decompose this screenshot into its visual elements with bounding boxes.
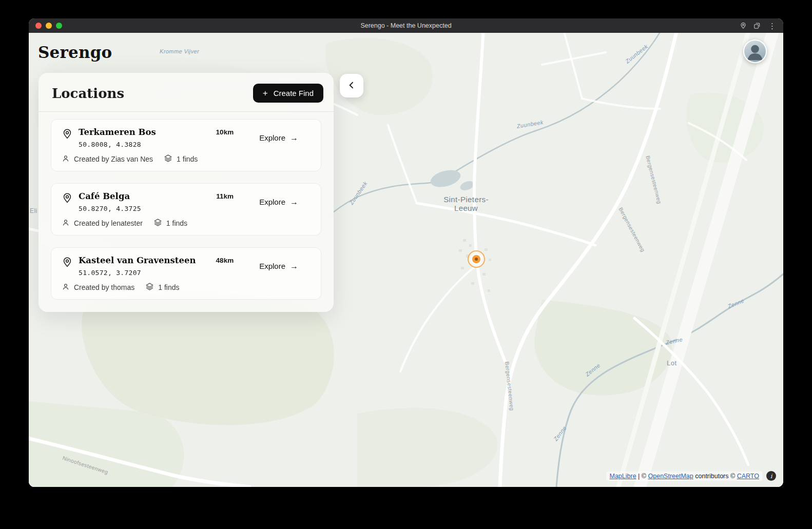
window-titlebar: Serengo - Meet the Unexpected ⋮: [29, 18, 783, 33]
map-pin-icon: [62, 127, 74, 142]
finds-count: 1 finds: [177, 155, 198, 163]
avatar-photo: [744, 41, 766, 62]
traffic-lights: [29, 23, 62, 29]
panel-header: Locations + Create Find: [38, 73, 334, 112]
carto-link[interactable]: CARTO: [737, 473, 759, 480]
created-by-text: Created by lenatester: [74, 219, 143, 227]
location-coordinates: 51.0572, 3.7207: [79, 269, 196, 277]
card-main-row: Terkameren Bos 50.8008, 4.3828 10km Expl…: [62, 127, 311, 148]
explore-label: Explore: [259, 133, 285, 142]
chevron-left-icon: [346, 80, 357, 92]
attribution-separator: | ©: [636, 473, 648, 480]
location-card: Kasteel van Gravensteen 51.0572, 3.7207 …: [51, 247, 321, 300]
layers-icon: [153, 218, 162, 228]
plus-icon: +: [263, 89, 268, 97]
arrow-right-icon: →: [290, 262, 298, 270]
map-attribution: MapLibre | © OpenStreetMap contributors …: [606, 471, 776, 481]
location-name: Kasteel van Gravensteen: [79, 256, 196, 265]
window-title: Serengo - Meet the Unexpected: [29, 22, 783, 29]
finds-count: 1 finds: [158, 283, 179, 291]
finds-group: 1 finds: [145, 282, 179, 292]
user-icon: [62, 154, 70, 164]
tabs-icon[interactable]: [753, 22, 761, 29]
arrow-right-icon: →: [290, 134, 298, 142]
create-find-label: Create Find: [274, 89, 314, 97]
map-label-eli: Eli: [30, 207, 37, 214]
user-icon: [62, 283, 70, 292]
collapse-panel-button[interactable]: [340, 74, 363, 97]
location-text: Café Belga 50.8270, 4.3725: [79, 191, 141, 212]
map-label-kromme-vijver: Kromme Vijver: [160, 48, 199, 54]
marker-dot: [472, 255, 480, 263]
card-meta-row: Created by lenatester 1 finds: [62, 218, 311, 228]
card-main-row: Café Belga 50.8270, 4.3725 11km Explore …: [62, 191, 311, 212]
user-icon: [62, 219, 70, 228]
map-pin-icon: [62, 256, 74, 270]
town-label-line1: Sint-Pieters-: [430, 195, 502, 204]
created-by-text: Created by thomas: [74, 283, 134, 291]
locations-panel: Locations + Create Find: [38, 73, 334, 312]
created-by-text: Created by Zias van Nes: [74, 155, 153, 163]
location-card: Café Belga 50.8270, 4.3725 11km Explore …: [51, 183, 321, 236]
explore-link[interactable]: Explore →: [259, 198, 298, 206]
app-window: Serengo - Meet the Unexpected ⋮: [29, 18, 783, 487]
arrow-right-icon: →: [290, 198, 298, 206]
explore-label: Explore: [259, 262, 285, 270]
marker-core: [475, 258, 478, 261]
map-location-marker[interactable]: [468, 250, 485, 268]
card-main-row: Kasteel van Gravensteen 51.0572, 3.7207 …: [62, 256, 311, 277]
location-text: Terkameren Bos 50.8008, 4.3828: [79, 127, 156, 148]
user-avatar[interactable]: [743, 40, 767, 63]
finds-group: 1 finds: [164, 154, 198, 164]
card-meta-row: Created by Zias van Nes 1 finds: [62, 154, 311, 164]
openstreetmap-link[interactable]: OpenStreetMap: [648, 473, 693, 480]
location-distance: 10km: [216, 127, 234, 136]
explore-link[interactable]: Explore →: [259, 133, 298, 142]
location-coordinates: 50.8270, 4.3725: [79, 205, 141, 212]
location-text: Kasteel van Gravensteen 51.0572, 3.7207: [79, 256, 196, 277]
location-name: Terkameren Bos: [79, 127, 156, 137]
attribution-contributors: contributors ©: [693, 473, 737, 480]
explore-label: Explore: [259, 198, 285, 206]
card-meta-row: Created by thomas 1 finds: [62, 282, 311, 292]
map-pin-icon: [62, 191, 74, 206]
maplibre-link[interactable]: MapLibre: [609, 473, 636, 480]
location-pin-icon[interactable]: [740, 22, 747, 29]
map-label-sint-pieters-leeuw: Sint-Pieters- Leeuw: [430, 195, 502, 212]
layers-icon: [164, 154, 172, 164]
location-card: Terkameren Bos 50.8008, 4.3828 10km Expl…: [51, 119, 321, 171]
location-distance: 11km: [216, 191, 234, 200]
app-logo: Serengo: [38, 43, 112, 62]
explore-link[interactable]: Explore →: [259, 262, 298, 270]
layers-icon: [145, 282, 154, 292]
location-distance: 48km: [216, 256, 234, 264]
menu-dots-icon[interactable]: ⋮: [767, 22, 777, 30]
location-coordinates: 50.8008, 4.3828: [79, 141, 156, 148]
location-name: Café Belga: [79, 191, 141, 201]
close-window-button[interactable]: [35, 23, 42, 29]
town-label-line2: Leeuw: [430, 204, 502, 212]
map-view[interactable]: Kromme Vijver Zuunbeek Zuunbeek Zuunbeek…: [29, 33, 783, 487]
finds-count: 1 finds: [166, 219, 187, 227]
panel-title: Locations: [52, 86, 124, 101]
titlebar-actions: ⋮: [740, 18, 777, 33]
map-label-lot: Lot: [667, 359, 677, 367]
finds-group: 1 finds: [153, 218, 187, 228]
location-list: Terkameren Bos 50.8008, 4.3828 10km Expl…: [38, 112, 334, 312]
minimize-window-button[interactable]: [46, 23, 52, 29]
info-icon[interactable]: i: [766, 471, 776, 481]
attribution-text: MapLibre | © OpenStreetMap contributors …: [606, 472, 762, 481]
create-find-button[interactable]: + Create Find: [253, 84, 323, 103]
fullscreen-window-button[interactable]: [56, 23, 62, 29]
